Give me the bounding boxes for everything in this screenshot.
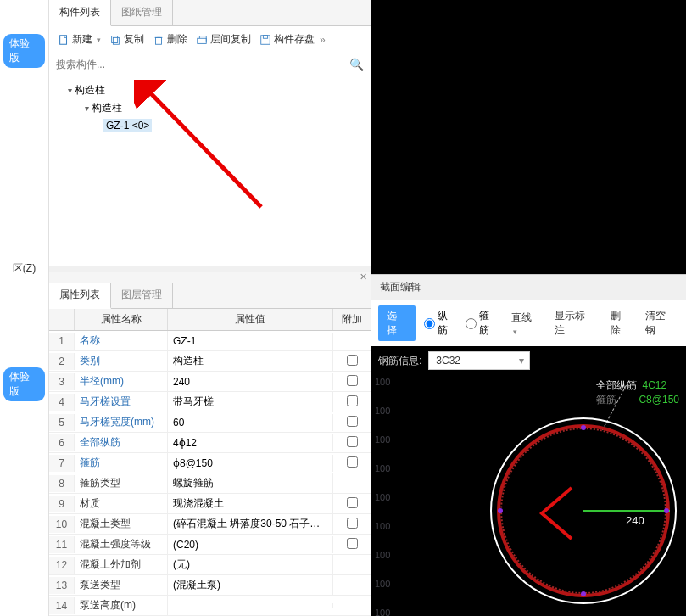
line-tool-button[interactable]: 直线 ▾ (508, 311, 544, 337)
component-toolbar: 新建▾ 复制 删除 层间复制 构件存盘 » (49, 26, 371, 53)
rebar-info-bar: 钢筋信息: 3C32 (371, 346, 686, 375)
row-index: 7 (49, 455, 75, 472)
property-value[interactable]: (混凝土泵) (168, 575, 333, 595)
tree-child[interactable]: ▾ 构造柱 (81, 99, 364, 117)
clear-rebar-button[interactable]: 清空钢 (642, 309, 679, 338)
extra-checkbox[interactable] (347, 456, 358, 468)
floor-copy-icon (196, 34, 208, 46)
svg-rect-2 (113, 37, 119, 44)
grid-tick: 100 (375, 608, 390, 616)
section-canvas[interactable]: 全部纵筋 4C12 箍筋 C8@150 10010010010010010010… (371, 375, 686, 616)
rebar-dot[interactable] (581, 425, 586, 430)
property-name: 混凝土类型 (75, 514, 168, 534)
longbar-radio[interactable]: 纵筋 (424, 309, 457, 338)
row-index: 11 (49, 536, 75, 553)
row-index: 14 (49, 597, 75, 614)
tree-leaf[interactable]: GZ-1 <0> (103, 117, 364, 134)
property-row[interactable]: 8箍筋类型螺旋箍筋 (49, 473, 371, 494)
property-row[interactable]: 6全部纵筋4ɸ12 (49, 433, 371, 453)
extra-checkbox[interactable] (347, 518, 358, 529)
property-value[interactable]: 带马牙槎 (168, 392, 333, 412)
left-nav-strip: 体验版 区(Z) 体验版 (0, 0, 49, 616)
collapse-icon[interactable]: ▾ (81, 104, 92, 113)
select-mode-button[interactable]: 选择 (378, 305, 416, 341)
property-value[interactable]: 4ɸ12 (168, 434, 333, 451)
property-value[interactable]: GZ-1 (168, 333, 333, 350)
property-name: 马牙槎设置 (75, 392, 168, 412)
property-row[interactable]: 12混凝土外加剂(无) (49, 555, 371, 575)
collapse-icon[interactable]: ▾ (64, 86, 75, 95)
property-row[interactable]: 5马牙槎宽度(mm)60 (49, 412, 371, 433)
extra-checkbox[interactable] (347, 497, 358, 508)
grid-tick: 100 (375, 579, 390, 589)
trial-badge: 体验版 (3, 34, 45, 68)
save-icon (259, 34, 271, 46)
search-box[interactable]: 🔍 (49, 53, 371, 76)
delete-button[interactable]: 删除 (149, 30, 191, 49)
new-button[interactable]: 新建▾ (54, 30, 104, 49)
extra-checkbox[interactable] (347, 416, 358, 427)
property-name: 材质 (75, 494, 168, 513)
rebar-info-dropdown[interactable]: 3C32 (428, 351, 530, 370)
trial-badge-2: 体验版 (3, 367, 45, 401)
tab-drawing-manage[interactable]: 图纸管理 (111, 0, 173, 25)
property-value[interactable]: ɸ8@150 (168, 455, 333, 472)
new-icon (58, 34, 70, 46)
rebar-dot[interactable] (581, 591, 586, 596)
panel-close-icon[interactable]: ✕ (49, 272, 371, 283)
property-value[interactable]: (无) (168, 555, 333, 574)
floor-copy-button[interactable]: 层间复制 (192, 30, 254, 49)
search-input[interactable] (49, 53, 371, 76)
grid-tick: 100 (375, 406, 390, 416)
model-viewport[interactable] (371, 0, 686, 274)
property-value[interactable]: (碎石混凝土 坍落度30-50 石子… (168, 514, 333, 534)
svg-rect-3 (156, 37, 162, 44)
property-name: 半径(mm) (75, 372, 168, 391)
property-row[interactable]: 7箍筋ɸ8@150 (49, 453, 371, 473)
property-row[interactable]: 13泵送类型(混凝土泵) (49, 575, 371, 596)
property-row[interactable]: 2类别构造柱 (49, 351, 371, 372)
save-component-button[interactable]: 构件存盘 (256, 30, 318, 49)
property-value[interactable]: 60 (168, 414, 333, 431)
tree-root[interactable]: ▾ 构造柱 (64, 81, 364, 99)
property-row[interactable]: 11混凝土强度等级(C20) (49, 535, 371, 555)
row-index: 13 (49, 577, 75, 594)
property-panel: ✕ 属性列表 图层管理 属性名称 属性值 附加 1名称GZ-12类别构造柱3半径… (49, 266, 371, 616)
extra-checkbox[interactable] (347, 355, 358, 366)
rebar-dot[interactable] (498, 508, 503, 513)
stirrup-radio[interactable]: 箍筋 (466, 309, 499, 338)
svg-rect-6 (263, 35, 267, 38)
property-row[interactable]: 9材质现浇混凝土 (49, 494, 371, 514)
property-row[interactable]: 10混凝土类型(碎石混凝土 坍落度30-50 石子… (49, 514, 371, 535)
copy-button[interactable]: 复制 (106, 30, 148, 49)
property-value[interactable]: (C20) (168, 536, 333, 553)
property-row[interactable]: 1名称GZ-1 (49, 331, 371, 351)
extra-checkbox[interactable] (347, 375, 358, 386)
tab-properties[interactable]: 属性列表 (49, 283, 111, 309)
rebar-dot[interactable] (664, 508, 669, 513)
property-value[interactable]: 现浇混凝土 (168, 494, 333, 513)
section-delete-button[interactable]: 删除 (607, 309, 634, 338)
extra-checkbox[interactable] (347, 538, 358, 549)
grid-tick: 100 (375, 550, 390, 560)
property-row[interactable]: 4马牙槎设置带马牙槎 (49, 392, 371, 412)
extra-checkbox[interactable] (347, 395, 358, 406)
search-icon[interactable]: 🔍 (349, 58, 364, 71)
radius-line (583, 510, 670, 512)
property-value[interactable]: 构造柱 (168, 351, 333, 371)
property-value[interactable]: 240 (168, 373, 333, 390)
property-value[interactable] (168, 603, 333, 608)
tab-component-list[interactable]: 构件列表 (49, 0, 111, 26)
tab-layers[interactable]: 图层管理 (111, 283, 173, 308)
svg-rect-4 (198, 38, 207, 43)
svg-rect-5 (261, 35, 270, 44)
show-dim-button[interactable]: 显示标注 (551, 309, 598, 338)
property-value[interactable]: 螺旋箍筋 (168, 473, 333, 493)
row-index: 5 (49, 414, 75, 431)
row-index: 10 (49, 516, 75, 533)
property-row[interactable]: 3半径(mm)240 (49, 372, 371, 392)
property-row[interactable]: 14泵送高度(m) (49, 596, 371, 616)
delete-icon (153, 34, 165, 46)
zone-label[interactable]: 区(Z) (0, 258, 48, 279)
extra-checkbox[interactable] (347, 436, 358, 447)
